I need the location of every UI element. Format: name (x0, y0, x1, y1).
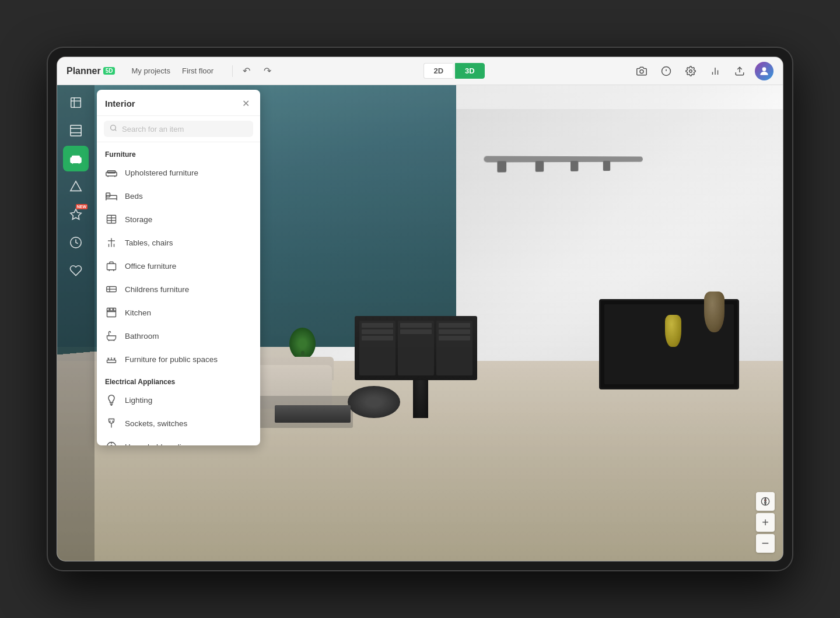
item-appliances[interactable]: Household appliances (97, 435, 260, 445)
device-frame: Planner 5D My projects First floor ↶ ↷ 2… (47, 47, 793, 571)
3d-scene: Interior ✕ (57, 85, 783, 561)
track-light-1 (497, 161, 506, 173)
vase-1 (704, 292, 724, 332)
nav-my-projects[interactable]: My projects (127, 64, 174, 78)
panel-close-button[interactable]: ✕ (239, 97, 252, 110)
item-bathroom[interactable]: Bathroom (97, 324, 260, 347)
sidebar-item-new[interactable] (63, 202, 89, 227)
svg-rect-10 (71, 98, 81, 108)
item-beds[interactable]: Beds (97, 184, 260, 208)
svg-marker-69 (765, 501, 766, 505)
panel-search-area (97, 116, 260, 142)
svg-rect-38 (107, 264, 116, 270)
svg-line-21 (115, 129, 116, 131)
sidebar-item-walls[interactable] (63, 118, 89, 143)
interior-panel: Interior ✕ (97, 90, 260, 445)
logo-text: Planner (66, 66, 101, 76)
search-input[interactable] (122, 125, 247, 134)
svg-point-49 (109, 309, 110, 310)
panel-body: Furniture Up (97, 142, 260, 445)
map-controls: + − (756, 492, 775, 553)
upholstered-icon (105, 166, 118, 179)
compass-button[interactable] (756, 492, 775, 511)
item-upholstered[interactable]: Upholstered furniture (97, 161, 260, 184)
mode-3d-button[interactable]: 3D (455, 63, 485, 79)
furniture-section: Furniture Up (97, 147, 260, 371)
vase-2 (665, 315, 681, 347)
ottoman-object (348, 386, 400, 418)
svg-rect-27 (106, 193, 110, 197)
item-childrens[interactable]: Childrens furniture (97, 278, 260, 301)
sidebar-item-furniture[interactable] (63, 146, 89, 171)
item-upholstered-label: Upholstered furniture (125, 168, 198, 177)
sidebar-item-floorplan[interactable] (63, 90, 89, 115)
sockets-icon (105, 417, 118, 430)
app-window: Planner 5D My projects First floor ↶ ↷ 2… (57, 57, 783, 561)
shelf-item (439, 336, 470, 340)
zoom-out-button[interactable]: − (756, 534, 775, 553)
panel-header: Interior ✕ (97, 90, 260, 116)
track-lighting (484, 156, 643, 163)
svg-point-0 (640, 69, 643, 73)
search-wrapper (104, 121, 253, 137)
item-lighting-label: Lighting (125, 396, 152, 405)
sideboard-shelves (359, 321, 473, 375)
panel-title: Interior (105, 99, 135, 108)
public-icon (105, 353, 118, 366)
main-content: Interior ✕ (57, 85, 783, 561)
sideboard-object (355, 316, 477, 380)
item-lighting[interactable]: Lighting (97, 388, 260, 412)
logo[interactable]: Planner 5D (66, 66, 115, 76)
electrical-section: Electrical Appliances (97, 374, 260, 445)
svg-point-50 (113, 309, 114, 310)
furniture-section-title: Furniture (97, 147, 260, 161)
item-storage[interactable]: Storage (97, 208, 260, 231)
svg-point-9 (762, 67, 766, 71)
item-public[interactable]: Furniture for public spaces (97, 347, 260, 371)
kitchen-icon (105, 306, 118, 319)
logo-badge: 5D (103, 67, 116, 75)
shelf-item (400, 329, 432, 334)
item-sockets[interactable]: Sockets, switches (97, 412, 260, 435)
info-button[interactable] (657, 62, 676, 80)
item-appliances-label: Household appliances (125, 443, 202, 446)
item-public-label: Furniture for public spaces (125, 355, 218, 364)
item-tables-chairs[interactable]: Tables, chairs (97, 231, 260, 254)
shelf-item (362, 329, 393, 334)
item-kitchen[interactable]: Kitchen (97, 301, 260, 324)
sidebar-item-materials[interactable] (63, 174, 89, 199)
item-bathroom-label: Bathroom (125, 332, 159, 340)
undo-button[interactable]: ↶ (237, 62, 255, 80)
svg-marker-18 (71, 209, 81, 219)
item-sockets-label: Sockets, switches (125, 419, 187, 428)
redo-button[interactable]: ↷ (258, 62, 276, 80)
coffee-table (275, 405, 351, 423)
sidebar-item-favorites[interactable] (63, 258, 89, 283)
track-light-3 (570, 161, 578, 171)
shelf-item (362, 323, 393, 328)
shelf-col-2 (398, 321, 434, 375)
sidebar-nav (57, 85, 94, 561)
stats-button[interactable] (706, 62, 724, 80)
lighting-icon (105, 394, 118, 406)
search-icon (110, 124, 117, 134)
nav-first-floor[interactable]: First floor (177, 64, 218, 78)
share-button[interactable] (730, 62, 749, 80)
electrical-section-title: Electrical Appliances (97, 374, 260, 388)
topbar: Planner 5D My projects First floor ↶ ↷ 2… (57, 57, 783, 85)
item-office[interactable]: Office furniture (97, 254, 260, 278)
topbar-divider (232, 65, 233, 77)
bathroom-icon (105, 329, 118, 342)
sidebar-item-time[interactable] (63, 230, 89, 255)
avatar[interactable] (755, 62, 774, 80)
svg-point-20 (111, 125, 116, 131)
track-light-4 (603, 161, 610, 171)
item-kitchen-label: Kitchen (125, 308, 151, 317)
zoom-in-button[interactable]: + (756, 513, 775, 532)
camera-button[interactable] (632, 62, 651, 80)
settings-button[interactable] (681, 62, 700, 80)
item-tables-chairs-label: Tables, chairs (125, 238, 173, 247)
storage-icon (105, 213, 118, 226)
view-mode-toggle: 2D 3D (283, 63, 625, 79)
mode-2d-button[interactable]: 2D (424, 63, 453, 79)
